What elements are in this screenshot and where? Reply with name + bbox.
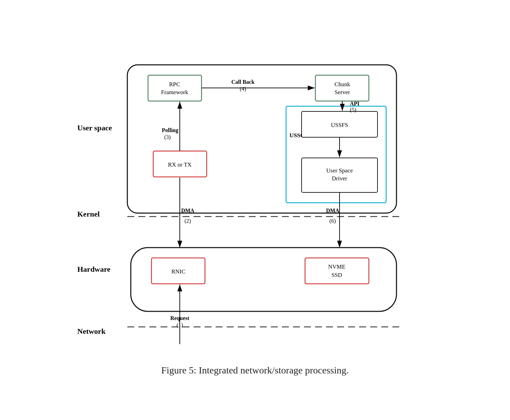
nvme-box <box>305 258 369 284</box>
callback-label-1: Call Back <box>231 79 254 85</box>
polling-label-1: Polling <box>162 127 178 133</box>
diagram-svg: User space Kernel Hardware Network RPC F… <box>69 44 441 354</box>
page-container: User space Kernel Hardware Network RPC F… <box>48 30 462 390</box>
polling-label-2: (3) <box>164 134 171 140</box>
dma-left-label-2: (2) <box>185 218 191 224</box>
chunk-server-text-1: Chunk <box>334 81 350 88</box>
nvme-text-2: SSD <box>331 272 342 278</box>
user-space-driver-text-2: Driver <box>332 175 347 182</box>
hardware-label: Hardware <box>77 265 110 273</box>
rx-tx-text: RX or TX <box>168 161 192 168</box>
api-label-1: API <box>350 101 360 107</box>
nvme-text-1: NVME <box>328 263 345 270</box>
user-space-driver-text-1: User Space <box>326 167 353 174</box>
dma-right-label-2: (6) <box>330 218 336 224</box>
chunk-server-text-2: Server <box>335 89 350 96</box>
chunk-server-box <box>315 75 369 101</box>
callback-label-2: (4) <box>240 86 246 92</box>
ussfs-text: USSFS <box>331 122 348 128</box>
api-label-2: (5) <box>350 107 356 113</box>
rpc-framework-box <box>148 75 202 101</box>
dma-left-label-1: DMA <box>181 208 195 213</box>
dma-right-label-1: DMA <box>326 208 340 213</box>
user-space-label: User space <box>77 123 112 132</box>
figure-caption: Figure 5: Integrated network/storage pro… <box>69 365 441 376</box>
rpc-framework-text-2: Framework <box>161 89 188 96</box>
rpc-framework-text-1: RPC <box>169 81 180 88</box>
network-label: Network <box>77 327 106 336</box>
diagram-area: User space Kernel Hardware Network RPC F… <box>69 44 441 354</box>
rnic-text: RNIC <box>171 268 186 275</box>
kernel-label: Kernel <box>77 210 100 218</box>
